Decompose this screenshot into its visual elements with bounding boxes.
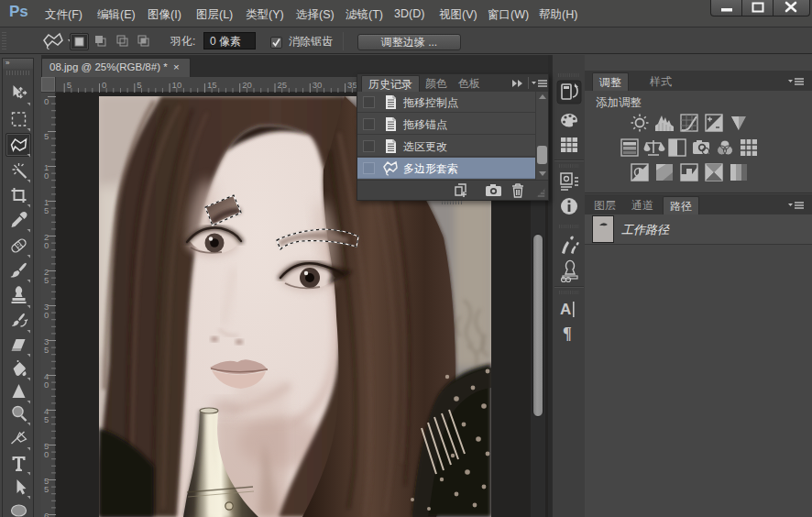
svg-text:A: A <box>560 301 571 318</box>
svg-text:55: 55 <box>44 476 49 494</box>
svg-text:20: 20 <box>44 232 49 250</box>
svg-text:35: 35 <box>44 336 49 355</box>
svg-text:5: 5 <box>137 80 141 90</box>
svg-text:45: 45 <box>44 406 49 424</box>
svg-text:10: 10 <box>44 162 49 181</box>
svg-text:0: 0 <box>102 80 106 90</box>
svg-text:40: 40 <box>44 371 49 390</box>
svg-text:5: 5 <box>44 131 49 141</box>
svg-text:0: 0 <box>44 96 49 106</box>
svg-text:30: 30 <box>44 302 49 320</box>
svg-text:50: 50 <box>44 441 49 459</box>
svg-text:25: 25 <box>44 267 49 285</box>
svg-text:60: 60 <box>44 511 49 517</box>
svg-text:¶: ¶ <box>563 324 572 343</box>
svg-text:15: 15 <box>44 197 49 215</box>
svg-text:5: 5 <box>67 80 71 90</box>
